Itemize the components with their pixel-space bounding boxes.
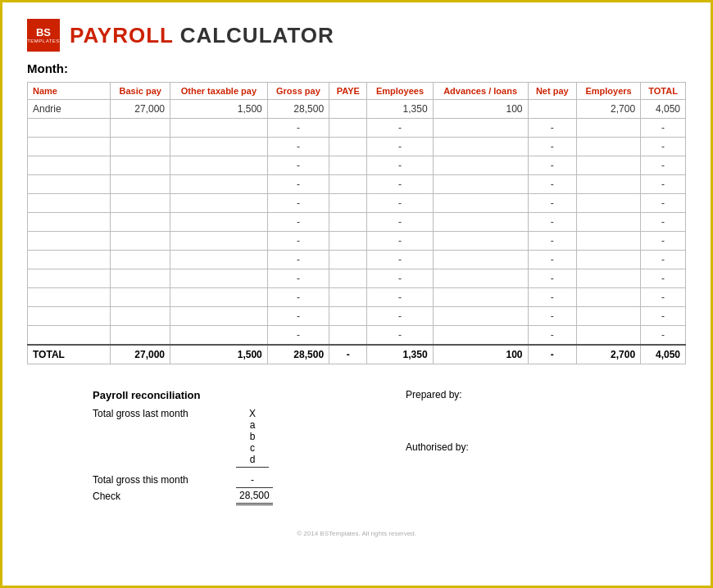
payroll-table: Name Basic pay Other taxable pay Gross p… [27, 82, 686, 364]
table-cell [577, 269, 641, 288]
table-cell: 1,500 [170, 100, 268, 119]
recon-val-d: d [236, 454, 269, 468]
table-cell [433, 213, 528, 232]
table-row: ---- [28, 251, 686, 269]
table-cell: - [641, 326, 686, 346]
table-cell [577, 156, 641, 175]
table-cell: - [641, 288, 686, 307]
table-cell [433, 175, 528, 194]
table-cell: - [641, 119, 686, 138]
table-cell [28, 213, 111, 232]
total-cell: 28,500 [267, 345, 329, 364]
table-cell [111, 307, 170, 326]
table-cell [28, 175, 111, 194]
month-label: Month: [27, 61, 686, 75]
table-cell [170, 175, 268, 194]
table-cell: - [267, 269, 329, 288]
table-cell: - [267, 213, 329, 232]
table-cell [329, 100, 367, 119]
table-cell [28, 307, 111, 326]
table-cell [28, 156, 111, 175]
table-cell [111, 288, 170, 307]
table-cell [111, 119, 170, 138]
total-cell: - [528, 345, 576, 364]
table-cell: - [367, 326, 433, 346]
table-cell [111, 175, 170, 194]
table-cell [170, 213, 268, 232]
table-cell: - [367, 156, 433, 175]
table-cell: - [267, 194, 329, 213]
reconciliation-section: Payroll reconciliation Total gross last … [27, 389, 686, 505]
table-cell: - [528, 138, 576, 156]
table-cell [577, 307, 641, 326]
col-net-pay: Net pay [528, 83, 576, 100]
table-cell [577, 232, 641, 251]
recon-values: X a b c d [236, 408, 269, 468]
table-cell: - [528, 326, 576, 346]
table-cell [28, 119, 111, 138]
table-cell: - [267, 232, 329, 251]
logo: BS TEMPLATES [27, 19, 60, 52]
table-cell [528, 100, 576, 119]
table-cell [433, 307, 528, 326]
col-other-taxable-pay: Other taxable pay [170, 83, 268, 100]
recon-title: Payroll reconciliation [93, 389, 373, 401]
table-cell: Andrie [28, 100, 111, 119]
table-cell [433, 326, 528, 346]
table-cell [28, 288, 111, 307]
col-advances-loans: Advances / loans [433, 83, 528, 100]
table-cell [170, 138, 268, 156]
table-cell: 100 [433, 100, 528, 119]
table-cell [433, 251, 528, 269]
page-title: PAYROLL CALCULATOR [70, 23, 334, 48]
table-row: ---- [28, 307, 686, 326]
table-cell: - [641, 194, 686, 213]
total-cell: - [329, 345, 367, 364]
table-row: ---- [28, 269, 686, 288]
table-cell [170, 288, 268, 307]
table-cell [28, 269, 111, 288]
table-cell: - [641, 232, 686, 251]
table-cell: - [267, 288, 329, 307]
table-cell [111, 326, 170, 346]
table-cell [170, 194, 268, 213]
footer-note: © 2014 BSTemplates. All rights reserved. [27, 530, 686, 537]
table-cell [577, 194, 641, 213]
table-cell [329, 213, 367, 232]
table-cell [170, 307, 268, 326]
page: BS TEMPLATES PAYROLL CALCULATOR Month: N… [0, 0, 713, 588]
table-cell: - [367, 232, 433, 251]
logo-text: BS [36, 27, 51, 38]
table-cell [111, 194, 170, 213]
table-cell: - [367, 175, 433, 194]
table-cell [329, 288, 367, 307]
table-row: ---- [28, 138, 686, 156]
table-cell [28, 194, 111, 213]
col-employees: Employees [367, 83, 433, 100]
table-cell [577, 326, 641, 346]
table-cell: - [641, 138, 686, 156]
table-cell: - [267, 138, 329, 156]
table-cell [170, 232, 268, 251]
table-cell: 2,700 [577, 100, 641, 119]
table-cell: - [528, 175, 576, 194]
table-cell [111, 213, 170, 232]
table-cell: - [641, 175, 686, 194]
table-cell: - [528, 232, 576, 251]
table-row: Andrie27,0001,50028,5001,3501002,7004,05… [28, 100, 686, 119]
table-cell [433, 138, 528, 156]
recon-check-value: 28,500 [236, 487, 273, 505]
recon-gross-this-month-value: - [236, 474, 269, 486]
total-cell: 1,350 [367, 345, 433, 364]
table-cell: - [367, 194, 433, 213]
table-cell [577, 138, 641, 156]
table-cell: 27,000 [111, 100, 170, 119]
table-cell [577, 288, 641, 307]
table-cell: - [528, 194, 576, 213]
table-cell: - [528, 119, 576, 138]
logo-subtext: TEMPLATES [27, 38, 60, 44]
title-payroll: PAYROLL [70, 23, 173, 47]
recon-val-x: X [249, 408, 256, 419]
table-cell: - [528, 156, 576, 175]
table-cell [329, 175, 367, 194]
